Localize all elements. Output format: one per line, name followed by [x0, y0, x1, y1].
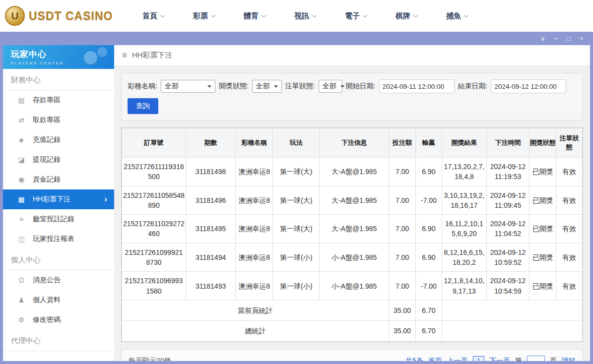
table-summary: 當前頁統計 35.00 6.70 總統計 35.00 6.70: [122, 300, 583, 341]
sidebar-item-announcements[interactable]: Ω 消息公告: [3, 270, 114, 290]
site-header: U USDT CASINO 首頁 彩票 體育 視訊 電子 棋牌 捕魚: [0, 0, 593, 32]
col-order-no: 訂單號: [122, 128, 186, 158]
table-row: 2152172611058548890 31181496 澳洲幸运8 第一球(大…: [122, 186, 583, 215]
select-arrow-icon: [274, 85, 278, 88]
sidebar-item-profile[interactable]: ♟ 個人資料: [3, 290, 114, 310]
sidebar-item-label: 玩家投注報表: [33, 235, 74, 243]
cell-play: 第一球(小): [273, 272, 320, 301]
cell-draw-status: 已開獎: [529, 272, 556, 301]
start-date-input[interactable]: [379, 79, 455, 93]
draw-status-value: 全部: [256, 82, 270, 91]
site-logo[interactable]: U USDT CASINO: [0, 6, 117, 26]
col-period: 期數: [186, 128, 235, 158]
page-summary-row: 當前頁統計 35.00 6.70: [122, 300, 583, 320]
main-nav: 首頁 彩票 體育 視訊 電子 棋牌 捕魚: [142, 11, 468, 21]
total-summary-label: 總統計: [122, 321, 389, 341]
sidebar: 玩家中心 PLAYERS CENTER 財務中心 ▤ 存款專區 ⇄ 取款專區 ◈…: [3, 45, 114, 361]
page-jump-button[interactable]: 跳转: [562, 357, 576, 361]
sidebar-item-label: 消息公告: [33, 276, 61, 285]
cell-bet-time: 2024-09-12 10:59:52: [486, 243, 529, 272]
cashout-icon: ◪: [17, 156, 26, 164]
deposit-icon: ▤: [17, 96, 26, 104]
nav-item-home[interactable]: 首頁: [142, 11, 164, 21]
end-date-input[interactable]: [491, 79, 566, 93]
funds-icon: ◉: [17, 176, 26, 183]
cell-lottery-name: 澳洲幸运8: [236, 272, 273, 301]
cell-period: 31181493: [186, 272, 235, 301]
cell-result: 16,11,2,10,15,6,9,20: [442, 215, 486, 243]
nav-item-label: 棋牌: [395, 11, 410, 21]
total-summary-row: 總統計 35.00 6.70: [122, 321, 583, 341]
table-body: 2152172611119316500 31181498 澳洲幸运8 第一球(大…: [122, 158, 583, 301]
cell-play: 第一球(大): [273, 158, 320, 186]
sidebar-item-label: 取款專區: [33, 116, 61, 124]
cell-period: 31181498: [186, 158, 235, 186]
nav-item-label: 視訊: [294, 11, 309, 21]
total-count-text: 共5条: [405, 357, 423, 361]
nav-item-video[interactable]: 視訊: [294, 11, 316, 21]
window-minimize-icon[interactable]: ─: [549, 32, 562, 45]
nav-item-chess[interactable]: 棋牌: [395, 11, 417, 21]
sidebar-item-recharge-record[interactable]: ◈ 充值記錄: [3, 130, 114, 150]
gear-icon: ⚙: [17, 316, 26, 324]
nav-item-electronic[interactable]: 電子: [345, 11, 367, 21]
page-summary-label: 當前頁統計: [122, 300, 389, 320]
cell-amount: 7.00: [389, 186, 416, 215]
chevron-down-icon: [363, 12, 368, 17]
cell-play: 第一球(大): [273, 215, 320, 243]
sidebar-item-change-password[interactable]: ⚙ 修改密碼: [3, 310, 114, 330]
first-page-link[interactable]: 首页: [428, 357, 442, 361]
window-collapse-icon[interactable]: ∨: [536, 32, 549, 45]
col-result: 開獎結果: [442, 128, 486, 158]
report-icon: ◫: [17, 235, 26, 243]
pagination: 共5条 首页 上一页 1 下一页 第 页 跳转: [405, 356, 576, 361]
sidebar-header: 玩家中心 PLAYERS CENTER: [3, 45, 114, 69]
sidebar-item-withdraw[interactable]: ⇄ 取款專區: [3, 110, 114, 130]
current-page-number[interactable]: 1: [473, 356, 484, 361]
sidebar-item-deposit[interactable]: ▤ 存款專區: [3, 90, 114, 110]
search-button[interactable]: 查詢: [128, 98, 158, 114]
nav-item-fishing[interactable]: 捕魚: [446, 11, 468, 21]
col-draw-status: 開獎狀態: [529, 128, 556, 158]
chevron-down-icon: [262, 12, 266, 17]
order-status-label: 注單狀態:: [285, 82, 315, 91]
bets-table-panel: 訂單號 期數 彩種名稱 玩法 下注信息 投注額 輸贏 開獎結果 下注時間 開獎狀…: [121, 127, 583, 342]
next-page-link[interactable]: 下一页: [489, 357, 510, 361]
sidebar-item-label: 存款專區: [33, 96, 61, 105]
page-jump-input[interactable]: [527, 356, 545, 361]
cell-lottery-name: 澳洲幸运8: [236, 186, 273, 215]
withdraw-icon: ⇄: [17, 116, 26, 124]
sidebar-item-hall-bet-record[interactable]: ≡ 廳室投註記錄: [3, 209, 114, 229]
start-date-label: 開始日期:: [346, 82, 376, 91]
lottery-name-select[interactable]: 全部: [161, 80, 215, 93]
site-logo-text: USDT CASINO: [29, 9, 113, 23]
total-summary-win-loss: 6.70: [416, 321, 442, 341]
order-status-value: 全部: [323, 82, 336, 91]
cell-amount: 7.00: [389, 272, 416, 301]
chevron-down-icon: [160, 12, 165, 17]
window-close-icon[interactable]: ×: [575, 32, 588, 45]
table-footer: 每頁顯示20條 共5条 首页 上一页 1 下一页 第 页 跳转: [121, 349, 583, 361]
nav-item-label: 捕魚: [446, 11, 461, 21]
chevron-down-icon: [312, 12, 317, 17]
cell-lottery-name: 澳洲幸运8: [236, 215, 273, 243]
window-maximize-icon[interactable]: □: [562, 32, 575, 45]
nav-item-lottery[interactable]: 彩票: [193, 11, 215, 21]
cell-order-no: 2152172611029272460: [122, 215, 186, 243]
cell-draw-status: 已開獎: [529, 158, 556, 186]
sidebar-item-funds-record[interactable]: ◉ 資金記錄: [3, 170, 114, 189]
sidebar-item-label: 廳室投註記錄: [33, 215, 74, 224]
col-play: 玩法: [273, 128, 320, 158]
prev-page-link[interactable]: 上一页: [447, 357, 468, 361]
lottery-name-label: 彩種名稱:: [128, 82, 157, 91]
draw-status-select[interactable]: 全部: [252, 80, 282, 93]
hamburger-icon[interactable]: ≡: [122, 51, 127, 61]
cell-bet-time: 2024-09-12 11:04:52: [486, 215, 529, 243]
nav-item-sports[interactable]: 體育: [244, 11, 265, 21]
col-order-status: 注單狀態: [556, 128, 583, 158]
sidebar-item-cashout-record[interactable]: ◪ 提現記錄: [3, 150, 114, 170]
sidebar-item-player-bet-report[interactable]: ◫ 玩家投注報表: [3, 229, 114, 249]
sidebar-item-hh-lottery-bets[interactable]: ▦ HH彩票下注 ›: [3, 189, 114, 209]
cell-order-status: 有效: [556, 243, 583, 272]
order-status-select[interactable]: 全部: [319, 80, 342, 93]
